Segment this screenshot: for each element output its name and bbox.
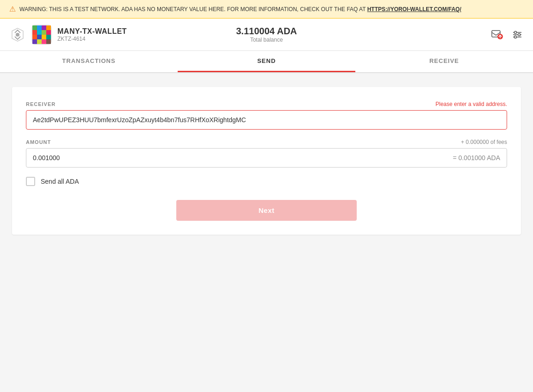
amount-label: AMOUNT [26,139,51,145]
receiver-input[interactable] [26,110,507,130]
send-all-label[interactable]: Send all ADA [41,178,79,185]
amount-equivalent: = 0.001000 ADA [453,154,507,162]
svg-rect-6 [46,25,51,30]
svg-rect-15 [32,39,37,44]
warning-icon: ⚠ [9,5,16,13]
svg-point-26 [514,36,517,38]
main-content: RECEIVER Please enter a valid address. A… [0,73,533,249]
balance-amount: 3.110004 ADA [236,26,297,37]
wallet-id: ZKTZ-4614 [57,36,127,42]
header-center: 3.110004 ADA Total balance [236,26,297,43]
amount-hint: + 0.000000 of fees [461,139,507,145]
wallet-avatar [31,25,52,45]
amount-input[interactable] [26,149,453,167]
svg-rect-8 [37,30,42,35]
tab-receive[interactable]: RECEIVE [355,51,533,72]
settings-icon-btn[interactable] [511,28,524,41]
header-right [490,28,524,41]
warning-link[interactable]: HTTPS://YOROI-WALLET.COM/FAQ/ [367,6,461,12]
svg-rect-17 [42,39,46,44]
svg-point-24 [514,31,517,33]
receiver-label: RECEIVER [26,101,56,107]
tab-transactions[interactable]: TRANSACTIONS [0,51,178,72]
notification-icon-btn[interactable] [490,28,503,41]
svg-rect-9 [42,30,46,35]
svg-rect-4 [37,25,42,30]
amount-field-group: AMOUNT + 0.000000 of fees = 0.001000 ADA [26,139,507,168]
send-card: RECEIVER Please enter a valid address. A… [12,87,521,235]
svg-point-25 [518,33,521,36]
tab-send[interactable]: SEND [178,51,355,72]
nav-tabs: TRANSACTIONS SEND RECEIVE [0,51,533,73]
amount-input-wrapper: = 0.001000 ADA [26,148,507,168]
warning-banner: ⚠ WARNING: THIS IS A TEST NETWORK. ADA H… [0,0,533,19]
header: MANY-TX-WALLET ZKTZ-4614 3.110004 ADA To… [0,19,533,51]
svg-rect-10 [46,30,51,35]
next-button[interactable]: Next [176,200,357,221]
wallet-info: MANY-TX-WALLET ZKTZ-4614 [57,27,127,42]
send-all-checkbox[interactable] [26,177,35,186]
receiver-field-header: RECEIVER Please enter a valid address. [26,101,507,107]
svg-rect-7 [32,30,37,35]
receiver-error: Please enter a valid address. [435,101,507,107]
receiver-field-group: RECEIVER Please enter a valid address. [26,101,507,130]
svg-rect-14 [46,35,51,39]
next-btn-wrapper: Next [26,200,507,221]
warning-text: WARNING: THIS IS A TEST NETWORK. ADA HAS… [19,6,461,12]
svg-rect-5 [42,25,46,30]
svg-rect-12 [37,35,42,39]
svg-rect-13 [42,35,46,39]
svg-rect-18 [46,39,51,44]
svg-rect-16 [37,39,42,44]
balance-label: Total balance [236,37,297,43]
logo-icon[interactable] [9,26,26,43]
svg-rect-11 [32,35,37,39]
header-left: MANY-TX-WALLET ZKTZ-4614 [9,25,127,45]
wallet-name: MANY-TX-WALLET [57,27,127,36]
send-all-row: Send all ADA [26,177,507,186]
svg-point-1 [16,33,19,37]
svg-rect-3 [32,25,37,30]
amount-field-header: AMOUNT + 0.000000 of fees [26,139,507,145]
